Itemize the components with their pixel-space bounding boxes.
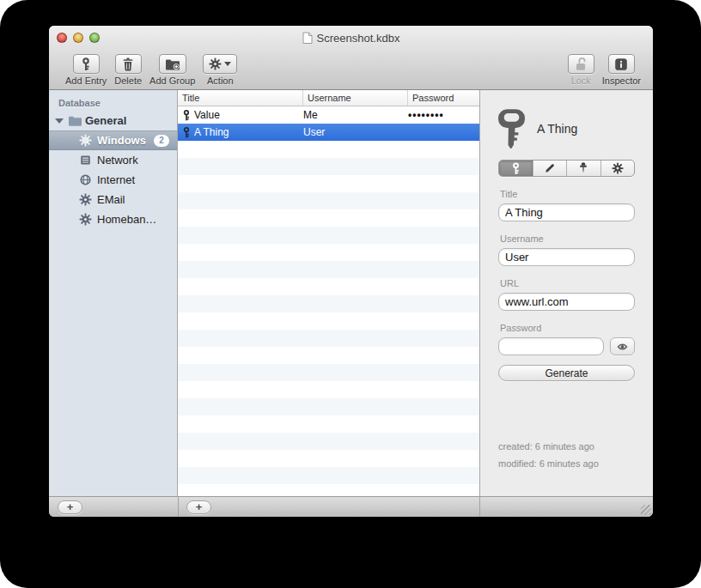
group-sidebar: Database General Windows 2 Network — [49, 90, 178, 496]
disclosure-triangle-icon[interactable] — [55, 118, 64, 124]
close-button[interactable] — [57, 33, 67, 43]
sidebar-group-general[interactable]: General — [49, 111, 177, 130]
eye-icon — [615, 342, 630, 352]
inspector-tab-bar — [498, 160, 635, 177]
window-title: Screenshot.kdbx — [317, 32, 400, 45]
tab-attachments[interactable] — [567, 161, 601, 176]
folder-plus-icon — [165, 58, 180, 71]
table-row[interactable]: Value Me •••••••• — [178, 106, 479, 124]
inspector-button[interactable]: Inspector — [602, 54, 641, 86]
delete-button[interactable]: Delete — [114, 54, 142, 86]
url-field-label: URL — [500, 278, 635, 288]
column-header-password[interactable]: Password — [408, 90, 479, 106]
tab-notes[interactable] — [533, 161, 568, 176]
pencil-icon — [544, 162, 556, 174]
username-field-label: Username — [500, 233, 635, 244]
password-field[interactable] — [498, 337, 604, 355]
key-icon — [511, 162, 521, 175]
pin-icon — [577, 162, 589, 174]
table-row-selected[interactable]: A Thing User — [178, 124, 479, 141]
gear-icon — [209, 58, 222, 70]
sidebar-item-homebanking[interactable]: Homeban… — [49, 209, 177, 229]
table-body: Value Me •••••••• A Thing User — [178, 106, 479, 496]
sidebar-group-label: General — [85, 114, 126, 127]
entry-username: Me — [303, 106, 408, 124]
folder-icon — [68, 115, 82, 127]
username-field[interactable] — [498, 248, 635, 266]
gear-icon — [79, 213, 92, 226]
generate-button[interactable]: Generate — [498, 365, 635, 381]
entry-table: Title Username Password Value Me •••••••… — [178, 90, 479, 496]
divider — [178, 497, 179, 517]
add-group-plus-button[interactable]: + — [58, 500, 82, 514]
add-group-label: Add Group — [149, 76, 195, 86]
sidebar-item-label: Network — [97, 154, 138, 167]
sidebar-item-label: Homeban… — [97, 213, 156, 226]
lock-open-icon — [574, 58, 588, 71]
entry-title: A Thing — [194, 126, 229, 138]
sidebar-item-label: EMail — [97, 193, 125, 206]
toolbar: Add Entry Delete Add Group — [49, 50, 653, 89]
inspector-entry-title: A Thing — [537, 122, 577, 136]
inspector-panel: A Thing Title Username URL Password — [479, 90, 653, 496]
sidebar-item-label: Internet — [97, 173, 135, 186]
sidebar-section-header: Database — [49, 96, 177, 111]
zoom-button[interactable] — [89, 33, 100, 43]
window-chrome: Screenshot.kdbx Add Entry Delete Add — [49, 26, 653, 90]
network-icon — [79, 154, 92, 167]
add-entry-button[interactable]: Add Entry — [65, 54, 107, 86]
action-label: Action — [207, 76, 234, 86]
add-entry-plus-button[interactable]: + — [186, 500, 211, 514]
lock-label: Lock — [571, 76, 591, 86]
trash-icon — [121, 58, 135, 71]
sidebar-item-email[interactable]: EMail — [49, 190, 177, 209]
sidebar-item-windows[interactable]: Windows 2 — [49, 130, 177, 150]
url-field[interactable] — [498, 293, 635, 311]
bottom-bar: + + — [49, 496, 653, 517]
title-bar[interactable]: Screenshot.kdbx — [49, 26, 653, 50]
tab-advanced[interactable] — [601, 161, 635, 176]
key-icon — [81, 58, 91, 71]
app-window: Screenshot.kdbx Add Entry Delete Add — [49, 26, 653, 517]
globe-icon — [79, 173, 92, 186]
column-header-title[interactable]: Title — [178, 90, 303, 106]
chevron-down-icon — [224, 62, 231, 66]
modified-timestamp: modified: 6 minutes ago — [498, 455, 599, 472]
sidebar-item-label: Windows — [97, 134, 146, 147]
password-field-label: Password — [500, 323, 635, 333]
info-icon — [614, 58, 628, 71]
table-header: Title Username Password — [178, 90, 479, 106]
document-proxy-icon[interactable] — [302, 32, 313, 45]
sidebar-item-internet[interactable]: Internet — [49, 170, 177, 190]
action-button[interactable]: Action — [203, 54, 237, 86]
minimize-button[interactable] — [73, 33, 83, 43]
created-timestamp: created: 6 minutes ago — [498, 438, 599, 455]
title-field-label: Title — [500, 189, 635, 199]
entry-count-badge: 2 — [154, 135, 169, 147]
title-field[interactable] — [498, 203, 635, 221]
gear-icon — [79, 134, 92, 147]
divider — [479, 497, 480, 517]
entry-key-icon — [498, 109, 525, 149]
entry-username: User — [303, 124, 408, 141]
key-icon — [182, 109, 191, 122]
inspector-label: Inspector — [602, 76, 641, 86]
sidebar-item-network[interactable]: Network — [49, 150, 177, 170]
resize-grip[interactable] — [641, 505, 651, 515]
gear-icon — [612, 162, 624, 174]
tab-general[interactable] — [499, 161, 533, 176]
traffic-lights — [57, 33, 100, 43]
reveal-password-button[interactable] — [610, 337, 635, 355]
add-group-button[interactable]: Add Group — [149, 54, 195, 86]
entry-password — [408, 124, 479, 141]
add-entry-label: Add Entry — [65, 76, 107, 86]
column-header-username[interactable]: Username — [303, 90, 408, 106]
entry-password: •••••••• — [408, 106, 479, 124]
gear-icon — [79, 193, 92, 206]
lock-button: Lock — [568, 54, 594, 86]
delete-label: Delete — [114, 76, 142, 86]
key-icon — [182, 126, 191, 139]
entry-title: Value — [194, 109, 220, 121]
screenshot-canvas: Screenshot.kdbx Add Entry Delete Add — [0, 0, 701, 588]
